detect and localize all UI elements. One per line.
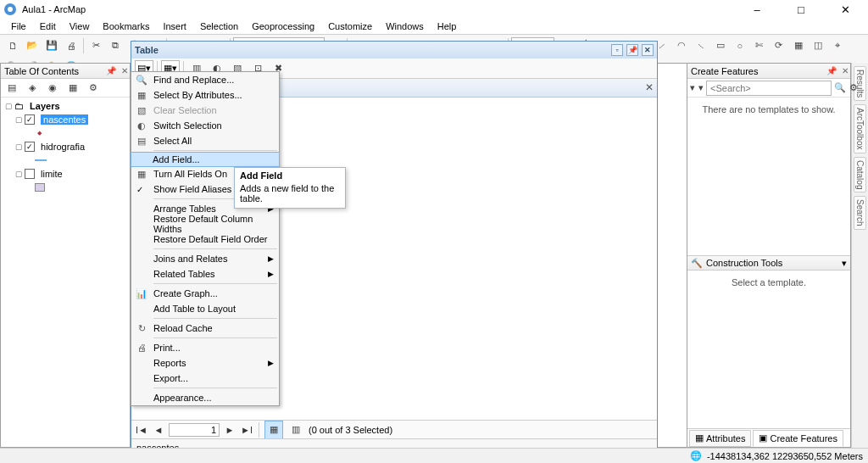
menu-separator bbox=[153, 388, 277, 388]
tab-catalog[interactable]: Catalog bbox=[854, 157, 866, 192]
nav-record-input[interactable] bbox=[169, 423, 220, 437]
menu-windows[interactable]: Windows bbox=[380, 20, 430, 33]
checkbox[interactable]: ✓ bbox=[25, 114, 35, 125]
save-button[interactable]: 💾 bbox=[42, 36, 61, 55]
tab-attributes[interactable]: ▦Attributes bbox=[689, 430, 751, 447]
table-close-button[interactable]: ✕ bbox=[642, 44, 654, 56]
menu-geoprocessing[interactable]: Geoprocessing bbox=[246, 20, 320, 33]
layers-root[interactable]: Layers bbox=[30, 101, 59, 111]
draw-attr-icon[interactable]: ▦ bbox=[789, 36, 808, 55]
menu-select-all[interactable]: ▤Select All bbox=[131, 133, 279, 148]
menu-print[interactable]: 🖨Print... bbox=[131, 340, 279, 355]
layer-hidrografia[interactable]: hidrografia bbox=[41, 142, 85, 152]
expand-icon[interactable]: ▾ bbox=[842, 258, 847, 269]
selectall-icon: ▤ bbox=[135, 136, 148, 147]
menu-appearance[interactable]: Appearance... bbox=[131, 390, 279, 405]
table-options-menu: 🔍Find and Replace... ▦Select By Attribut… bbox=[131, 71, 280, 406]
close-panel-icon[interactable]: ✕ bbox=[842, 66, 849, 75]
close-panel-icon[interactable]: ✕ bbox=[121, 66, 128, 75]
menu-create-graph[interactable]: 📊Create Graph... bbox=[131, 286, 279, 301]
menu-add-field[interactable]: Add Field... bbox=[131, 152, 280, 167]
submenu-arrow-icon: ▶ bbox=[268, 270, 274, 278]
nav-next-button[interactable]: ► bbox=[223, 425, 236, 435]
new-button[interactable]: 🗋 bbox=[3, 36, 22, 55]
menu-edit[interactable]: Edit bbox=[34, 20, 62, 33]
tab-arctoolbox[interactable]: ArcToolbox bbox=[854, 104, 866, 153]
draw-seg-icon[interactable]: ⟍ bbox=[692, 36, 710, 55]
nav-first-button[interactable]: I◄ bbox=[135, 425, 148, 435]
checkbox[interactable] bbox=[25, 169, 35, 179]
draw-split-icon[interactable]: ✄ bbox=[750, 36, 769, 55]
nav-last-button[interactable]: ►I bbox=[240, 425, 253, 435]
draw-circ-icon[interactable]: ○ bbox=[731, 36, 749, 55]
menu-joins-relates[interactable]: Joins and Relates▶ bbox=[131, 251, 279, 266]
draw-arc-icon[interactable]: ◠ bbox=[672, 36, 691, 55]
symbol-line-icon[interactable] bbox=[35, 159, 47, 161]
pin-icon[interactable]: 📌 bbox=[106, 66, 116, 75]
tab-create-features[interactable]: ▣Create Features bbox=[753, 430, 843, 447]
options-icon[interactable]: ⚙ bbox=[84, 79, 103, 98]
table-restore-button[interactable]: ▫ bbox=[611, 44, 623, 56]
draw-target-icon[interactable]: ⌖ bbox=[828, 36, 847, 55]
menu-selection[interactable]: Selection bbox=[194, 20, 244, 33]
folder-icon: 🗀 bbox=[14, 101, 24, 111]
search-options-icon[interactable]: ⚙ bbox=[849, 79, 859, 98]
menu-export[interactable]: Export... bbox=[131, 371, 279, 386]
menu-reports[interactable]: Reports▶ bbox=[131, 355, 279, 371]
nav-selection-status: (0 out of 3 Selected) bbox=[309, 425, 392, 435]
fields-icon: ▦ bbox=[135, 169, 148, 180]
filter2-icon[interactable]: ▾ bbox=[698, 79, 704, 98]
hammer-icon: 🔨 bbox=[691, 258, 703, 269]
table-pin-button[interactable]: 📌 bbox=[626, 44, 638, 56]
menu-find-replace[interactable]: 🔍Find and Replace... bbox=[131, 72, 279, 87]
draw-sketch-icon[interactable]: ◫ bbox=[809, 36, 827, 55]
toc-tree[interactable]: ▢🗀 Layers ▢✓ nascentes ▢✓ hidrografia ▢ … bbox=[1, 98, 130, 447]
checkbox[interactable]: ✓ bbox=[25, 142, 35, 152]
tab-search[interactable]: Search bbox=[854, 196, 866, 230]
menu-separator bbox=[153, 318, 277, 319]
menu-switch-selection[interactable]: ◐Switch Selection bbox=[131, 118, 279, 133]
open-button[interactable]: 📂 bbox=[23, 36, 42, 55]
menu-view[interactable]: View bbox=[64, 20, 96, 33]
show-all-button[interactable]: ▦ bbox=[264, 421, 283, 439]
nav-prev-button[interactable]: ◄ bbox=[152, 425, 165, 435]
close-tab-icon[interactable]: ✕ bbox=[645, 81, 654, 93]
symbol-dot-icon[interactable] bbox=[35, 129, 43, 137]
maximize-button[interactable]: □ bbox=[785, 1, 817, 18]
close-button[interactable]: ✕ bbox=[829, 1, 861, 18]
menu-customize[interactable]: Customize bbox=[322, 20, 378, 33]
menu-insert[interactable]: Insert bbox=[157, 20, 192, 33]
draw-rotate-icon[interactable]: ⟳ bbox=[770, 36, 788, 55]
filter-icon[interactable]: ▾ bbox=[689, 79, 696, 98]
template-search-input[interactable] bbox=[706, 81, 832, 96]
list-by-selection-icon[interactable]: ▦ bbox=[64, 79, 82, 98]
table-window-titlebar[interactable]: Table ▫ 📌 ✕ bbox=[131, 42, 657, 59]
create-features-label: Create Features bbox=[691, 66, 758, 76]
query-icon: ▦ bbox=[135, 90, 148, 101]
app-icon bbox=[3, 3, 17, 16]
list-by-visibility-icon[interactable]: ◉ bbox=[43, 79, 62, 98]
layer-nascentes[interactable]: nascentes bbox=[41, 114, 88, 125]
symbol-box-icon[interactable] bbox=[35, 183, 45, 192]
menu-related-tables[interactable]: Related Tables▶ bbox=[131, 266, 279, 282]
menu-restore-col-widths[interactable]: Restore Default Column Widths bbox=[131, 216, 279, 232]
menu-bookmarks[interactable]: Bookmarks bbox=[97, 20, 155, 33]
menu-select-by-attributes[interactable]: ▦Select By Attributes... bbox=[131, 87, 279, 103]
print-button[interactable]: 🖨 bbox=[62, 36, 81, 55]
pin-icon[interactable]: 📌 bbox=[826, 66, 837, 75]
menu-add-table-layout[interactable]: Add Table to Layout bbox=[131, 301, 279, 316]
list-by-source-icon[interactable]: ◈ bbox=[23, 79, 42, 98]
copy-button[interactable]: ⧉ bbox=[106, 36, 125, 55]
menu-restore-field-order[interactable]: Restore Default Field Order bbox=[131, 232, 279, 247]
layer-limite[interactable]: limite bbox=[41, 169, 63, 179]
show-selected-button[interactable]: ▥ bbox=[287, 421, 305, 439]
draw-rect-icon[interactable]: ▭ bbox=[711, 36, 730, 55]
cut-button[interactable]: ✂ bbox=[86, 36, 105, 55]
menu-reload-cache[interactable]: ↻Reload Cache bbox=[131, 321, 279, 336]
search-icon[interactable]: 🔍 bbox=[833, 79, 847, 98]
menu-help[interactable]: Help bbox=[431, 20, 463, 33]
minimize-button[interactable]: – bbox=[741, 1, 773, 18]
menu-file[interactable]: File bbox=[5, 20, 32, 33]
list-by-drawing-icon[interactable]: ▤ bbox=[3, 79, 21, 98]
check-icon: ✓ bbox=[136, 185, 143, 194]
